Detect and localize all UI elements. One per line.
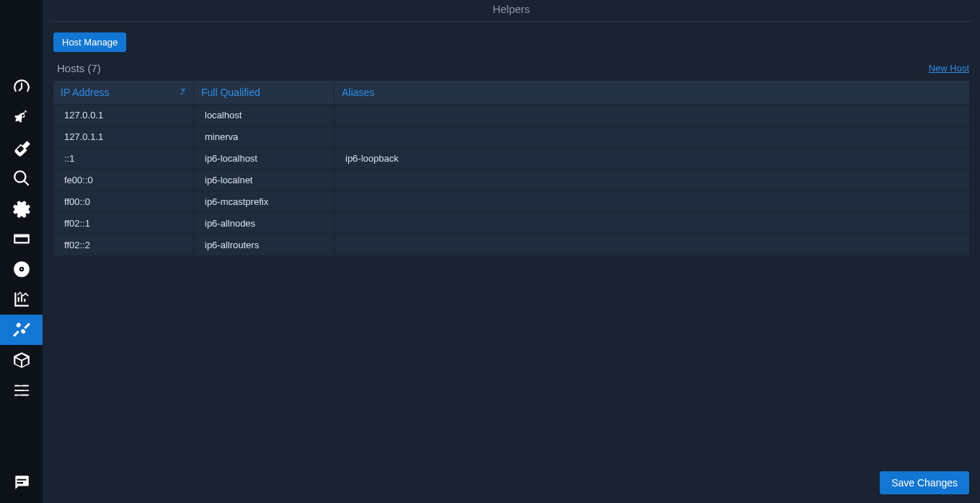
save-changes-button[interactable]: Save Changes — [880, 471, 969, 494]
card-icon — [12, 229, 31, 248]
cell-aliases — [335, 191, 969, 212]
table-row[interactable]: ::1ip6-localhostip6-loopback — [53, 148, 969, 169]
gear-icon — [12, 199, 31, 218]
table-row[interactable]: 127.0.0.1localhost — [53, 105, 969, 126]
search-icon — [12, 169, 31, 188]
cell-aliases: ip6-loopback — [335, 148, 969, 169]
column-header-ip[interactable]: IP Address — [53, 81, 194, 104]
sidebar — [0, 0, 43, 503]
sidebar-item-dashboard[interactable] — [0, 72, 43, 102]
sidebar-item-package[interactable] — [0, 345, 43, 375]
comment-icon — [12, 473, 31, 491]
sidebar-item-search[interactable] — [0, 163, 43, 193]
cell-fq: ip6-mcastprefix — [194, 191, 335, 212]
sort-desc-icon — [177, 87, 186, 98]
tab-host-manage[interactable]: Host Manage — [53, 32, 126, 52]
cell-fq: ip6-allrouters — [194, 235, 335, 255]
cell-aliases — [335, 213, 969, 234]
rocket-icon — [12, 108, 31, 127]
cell-fq: ip6-localhost — [194, 148, 335, 169]
cell-ip: ::1 — [53, 148, 194, 169]
cell-ip: ff02::2 — [53, 235, 194, 255]
cell-ip: ff00::0 — [53, 191, 194, 212]
cell-aliases — [335, 105, 969, 126]
hosts-table-container: IP Address Full Qualified Aliases — [43, 80, 980, 256]
sidebar-item-rocket[interactable] — [0, 102, 43, 133]
column-header-aliases-label: Aliases — [342, 87, 374, 98]
sidebar-item-disk[interactable] — [0, 254, 43, 284]
column-header-fq-label: Full Qualified — [201, 87, 260, 98]
cell-ip: ff02::1 — [53, 213, 194, 234]
chart-icon — [12, 290, 31, 309]
table-row[interactable]: ff00::0ip6-mcastprefix — [53, 191, 969, 212]
sidebar-item-card[interactable] — [0, 224, 43, 254]
sidebar-item-comment[interactable] — [0, 467, 43, 497]
sidebar-item-chart[interactable] — [0, 284, 43, 315]
main-content: Helpers Host Manage Hosts (7) New Host I… — [43, 0, 980, 503]
dashboard-icon — [12, 78, 31, 97]
column-header-fq[interactable]: Full Qualified — [194, 81, 335, 104]
subheader: Hosts (7) New Host — [43, 52, 980, 80]
hosts-table: IP Address Full Qualified Aliases — [53, 80, 969, 256]
cell-ip: fe00::0 — [53, 170, 194, 191]
table-row[interactable]: fe00::0ip6-localnet — [53, 170, 969, 191]
sidebar-item-gear[interactable] — [0, 193, 43, 224]
cell-fq: minerva — [194, 126, 335, 147]
cell-fq: ip6-localnet — [194, 170, 335, 191]
page-title: Helpers — [50, 0, 973, 22]
cell-aliases — [335, 170, 969, 191]
cell-ip: 127.0.0.1 — [53, 105, 194, 126]
cell-ip: 127.0.1.1 — [53, 126, 194, 147]
cell-aliases — [335, 235, 969, 255]
footer-bar: Save Changes — [43, 463, 980, 503]
table-row[interactable]: ff02::2ip6-allrouters — [53, 235, 969, 255]
sliders-icon — [12, 381, 31, 400]
hosts-count-label: Hosts (7) — [57, 62, 101, 74]
broom-icon — [12, 139, 31, 157]
cell-aliases — [335, 126, 969, 147]
cell-fq: localhost — [194, 105, 335, 126]
table-row[interactable]: ff02::1ip6-allnodes — [53, 213, 969, 234]
sidebar-item-sliders[interactable] — [0, 375, 43, 406]
new-host-link[interactable]: New Host — [929, 63, 969, 74]
column-header-aliases[interactable]: Aliases — [335, 81, 969, 104]
cell-fq: ip6-allnodes — [194, 213, 335, 234]
column-header-ip-label: IP Address — [61, 87, 109, 98]
sidebar-item-tools[interactable] — [0, 315, 43, 345]
package-icon — [12, 351, 31, 369]
tabs-row: Host Manage — [43, 22, 980, 52]
disk-icon — [12, 260, 31, 279]
table-row[interactable]: 127.0.1.1minerva — [53, 126, 969, 147]
sidebar-item-broom[interactable] — [0, 133, 43, 163]
tools-icon — [12, 320, 31, 339]
